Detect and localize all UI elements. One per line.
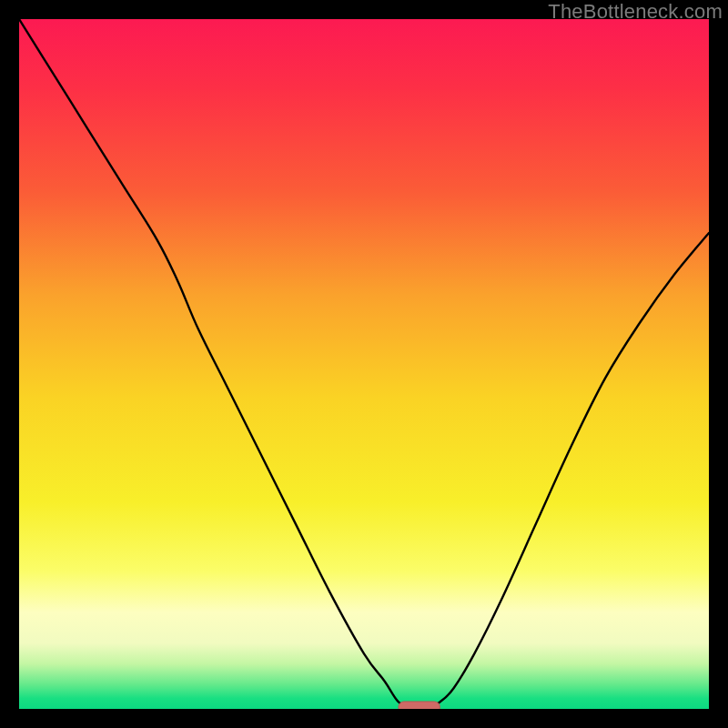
- bottleneck-chart: [19, 19, 709, 709]
- watermark-text: TheBottleneck.com: [548, 0, 723, 24]
- chart-frame: [19, 19, 709, 709]
- gradient-background: [19, 19, 709, 709]
- optimal-marker: [399, 702, 440, 709]
